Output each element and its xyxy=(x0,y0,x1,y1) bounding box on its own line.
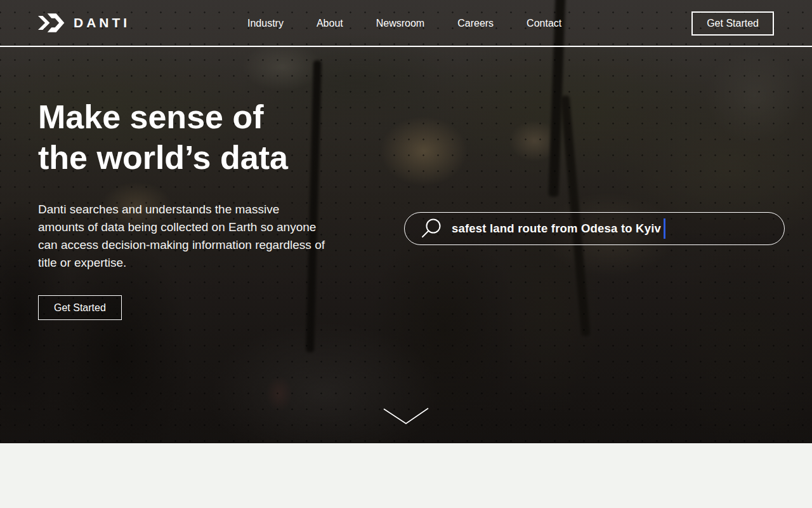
get-started-button-hero[interactable]: Get Started xyxy=(38,295,122,320)
logo-chevron-icon xyxy=(38,11,67,35)
below-fold-section xyxy=(0,443,812,508)
chevron-down-icon xyxy=(382,405,430,428)
hero-section: DANTI Industry About Newsroom Careers Co… xyxy=(0,0,812,443)
text-caret xyxy=(664,218,665,239)
search-icon xyxy=(419,216,442,241)
nav-item-about[interactable]: About xyxy=(317,18,343,29)
nav-item-careers[interactable]: Careers xyxy=(457,18,494,29)
nav-item-industry[interactable]: Industry xyxy=(247,18,284,29)
hero-title-line1: Make sense of xyxy=(38,98,264,135)
search-input[interactable]: safest land route from Odesa to Kyiv xyxy=(404,212,785,245)
nav-item-contact[interactable]: Contact xyxy=(527,18,561,29)
get-started-button-header[interactable]: Get Started xyxy=(691,11,774,36)
nav-item-newsroom[interactable]: Newsroom xyxy=(376,18,424,29)
main-nav: Industry About Newsroom Careers Contact xyxy=(247,0,561,47)
hero-title: Make sense of the world’s data xyxy=(38,97,288,178)
search-query-text: safest land route from Odesa to Kyiv xyxy=(452,222,661,236)
logo[interactable]: DANTI xyxy=(38,11,130,35)
logo-text: DANTI xyxy=(74,15,130,30)
site-header: DANTI Industry About Newsroom Careers Co… xyxy=(0,0,812,47)
hero-title-line2: the world’s data xyxy=(38,139,288,176)
hero-description: Danti searches and understands the massi… xyxy=(38,201,325,272)
